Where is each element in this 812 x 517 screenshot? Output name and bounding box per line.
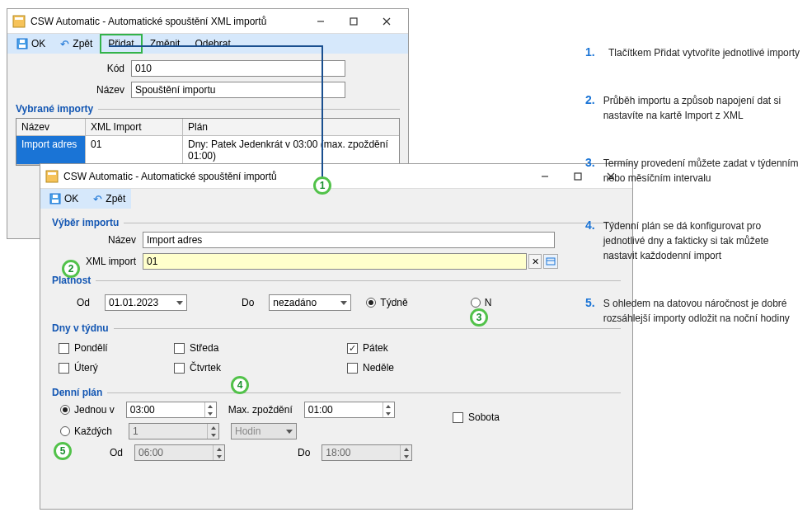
- day-sun-checkbox[interactable]: Neděle: [347, 362, 520, 374]
- clear-button[interactable]: ✕: [528, 254, 542, 269]
- minimize-button[interactable]: [528, 165, 561, 188]
- checkbox-icon: [174, 363, 185, 374]
- range-to-input[interactable]: 18:00: [322, 444, 412, 461]
- svg-rect-8: [20, 40, 25, 43]
- radio-dot-icon: [366, 298, 376, 308]
- spin-up-icon[interactable]: [214, 445, 224, 453]
- imports-group: Vybrané importy: [16, 103, 400, 115]
- add-button[interactable]: Přidat: [100, 34, 142, 54]
- weekly-radio[interactable]: Týdně: [366, 297, 407, 308]
- annotation-num: 5.: [585, 296, 595, 326]
- day-thu-checkbox[interactable]: Čtvrtek: [174, 362, 289, 374]
- close-button[interactable]: [370, 10, 403, 33]
- annotation-text: Tlačítkem Přidat vytvoříte jednotlivé im…: [608, 45, 800, 60]
- day-mon-checkbox[interactable]: Pondělí: [59, 342, 174, 354]
- annotation-text: Průběh importu a způsob napojení dat si …: [603, 93, 804, 123]
- toolbar: OK ↶ Zpět Přidat Změnit Odebrat: [7, 34, 408, 54]
- lookup-button[interactable]: [543, 254, 558, 269]
- undo-icon: ↶: [60, 39, 69, 49]
- day-wed-checkbox[interactable]: Středa: [174, 342, 289, 354]
- annotation-item: 4. Týdenní plán se dá konfigurovat pro j…: [585, 219, 804, 263]
- titlebar[interactable]: CSW Automatic - Automatické spouštění im…: [40, 164, 632, 189]
- cell-xml: 01: [86, 136, 183, 165]
- day-sat-checkbox[interactable]: Sobota: [453, 411, 500, 423]
- window-detail: CSW Automatic - Automatické spouštění im…: [40, 163, 633, 510]
- edit-button[interactable]: Změnit: [143, 35, 188, 53]
- radio-dot-icon: [471, 298, 481, 308]
- minimize-button[interactable]: [304, 10, 337, 33]
- name-input[interactable]: [143, 232, 555, 248]
- svg-rect-1: [15, 17, 23, 20]
- checkbox-icon: [347, 343, 358, 354]
- day-tue-checkbox[interactable]: Úterý: [59, 362, 174, 374]
- xmlimport-input[interactable]: [143, 253, 527, 270]
- checkbox-icon: [59, 363, 69, 374]
- annotations: 1. Tlačítkem Přidat vytvoříte jednotlivé…: [585, 45, 804, 359]
- spin-up-icon[interactable]: [401, 445, 411, 453]
- maximize-button[interactable]: [337, 10, 370, 33]
- once-time-input[interactable]: 03:00: [126, 402, 217, 418]
- annotation-text: Týdenní plán se dá konfigurovat pro jedn…: [603, 219, 804, 263]
- maxdelay-input[interactable]: 01:00: [304, 402, 395, 418]
- range-from-label: Od: [110, 447, 123, 458]
- radio-dot-icon: [60, 405, 70, 415]
- window-title: CSW Automatic - Automatické spouštění XM…: [31, 16, 304, 27]
- monthly-radio[interactable]: N: [471, 297, 492, 308]
- maxdelay-label: Max. zpoždění: [228, 404, 293, 416]
- to-label: Do: [242, 297, 254, 308]
- toolbar: OK ↶ Zpět: [40, 189, 131, 209]
- checkbox-icon: [174, 343, 185, 354]
- app-icon: [45, 170, 59, 183]
- back-label: Zpět: [106, 193, 125, 204]
- range-to-label: Do: [298, 447, 310, 458]
- checkbox-icon: [453, 412, 463, 423]
- annotation-num: 3.: [585, 156, 595, 186]
- every-radio[interactable]: Každých: [60, 425, 112, 437]
- checkbox-icon: [59, 343, 69, 354]
- titlebar[interactable]: CSW Automatic - Automatické spouštění XM…: [7, 9, 408, 34]
- spin-down-icon[interactable]: [401, 453, 411, 460]
- annotation-item: 3. Termíny provedení můžete zadat v týde…: [585, 156, 804, 186]
- select-group: Výběr importu: [52, 217, 621, 228]
- undo-icon: ↶: [93, 194, 102, 204]
- days-group: Dny v týdnu: [52, 322, 621, 334]
- annotation-num: 4.: [585, 219, 595, 263]
- code-input[interactable]: [131, 60, 345, 77]
- table-row[interactable]: Import adres 01 Dny: Patek Jedenkrát v 0…: [16, 136, 399, 165]
- every-count-input[interactable]: 1: [129, 423, 219, 439]
- from-date-combo[interactable]: 01.01.2023: [105, 294, 187, 311]
- svg-rect-7: [19, 45, 26, 48]
- col-xml: XML Import: [86, 119, 183, 136]
- spin-up-icon[interactable]: [383, 402, 394, 410]
- name-input[interactable]: [131, 82, 345, 98]
- callout-5: 5: [54, 442, 72, 460]
- back-button[interactable]: ↶ Zpět: [53, 35, 100, 53]
- spin-down-icon[interactable]: [208, 431, 218, 439]
- ok-button[interactable]: OK: [9, 35, 53, 53]
- back-button[interactable]: ↶ Zpět: [86, 190, 133, 208]
- spin-down-icon[interactable]: [205, 410, 216, 417]
- remove-button[interactable]: Odebrat: [187, 35, 237, 53]
- callout-1: 1: [313, 176, 331, 195]
- svg-rect-18: [547, 258, 555, 265]
- annotation-item: 2. Průběh importu a způsob napojení dat …: [585, 93, 804, 123]
- once-radio[interactable]: Jednou v: [60, 404, 115, 416]
- svg-rect-17: [53, 195, 58, 198]
- svg-rect-16: [52, 200, 59, 203]
- spin-down-icon[interactable]: [214, 453, 224, 460]
- spin-down-icon[interactable]: [383, 410, 394, 417]
- ok-button[interactable]: OK: [42, 190, 86, 208]
- spin-up-icon[interactable]: [205, 402, 216, 410]
- window-title: CSW Automatic - Automatické spouštění im…: [63, 171, 528, 182]
- callout-4: 4: [231, 376, 249, 394]
- every-unit-combo[interactable]: Hodin: [231, 423, 297, 439]
- annotation-text: Termíny provedení můžete zadat v týdenní…: [603, 156, 804, 186]
- to-date-combo[interactable]: nezadáno: [269, 294, 351, 311]
- save-icon: [49, 193, 61, 204]
- cell-name: Import adres: [16, 136, 86, 165]
- spin-up-icon[interactable]: [208, 424, 218, 431]
- name-label: Název: [52, 234, 143, 246]
- day-fri-checkbox[interactable]: Pátek: [347, 342, 520, 354]
- range-from-input[interactable]: 06:00: [134, 444, 225, 461]
- annotation-num: 2.: [585, 93, 595, 123]
